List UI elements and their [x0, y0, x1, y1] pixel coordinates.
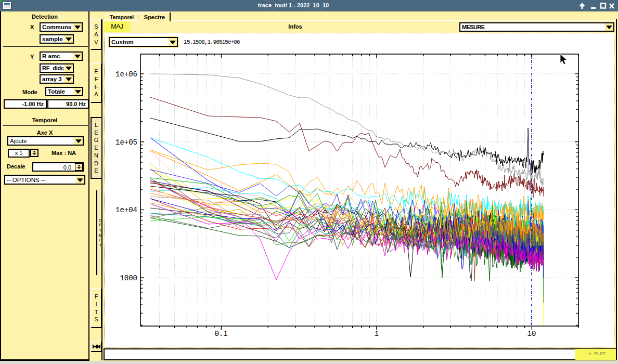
svg-text:1e+06: 1e+06 — [115, 70, 137, 79]
svg-text:1e+04: 1e+04 — [115, 206, 137, 214]
svg-text:1: 1 — [375, 330, 379, 338]
svg-text:0.1: 0.1 — [214, 330, 227, 338]
svg-text:1000: 1000 — [120, 274, 137, 282]
svg-text:1e+05: 1e+05 — [115, 138, 137, 147]
svg-text:10: 10 — [527, 330, 536, 338]
